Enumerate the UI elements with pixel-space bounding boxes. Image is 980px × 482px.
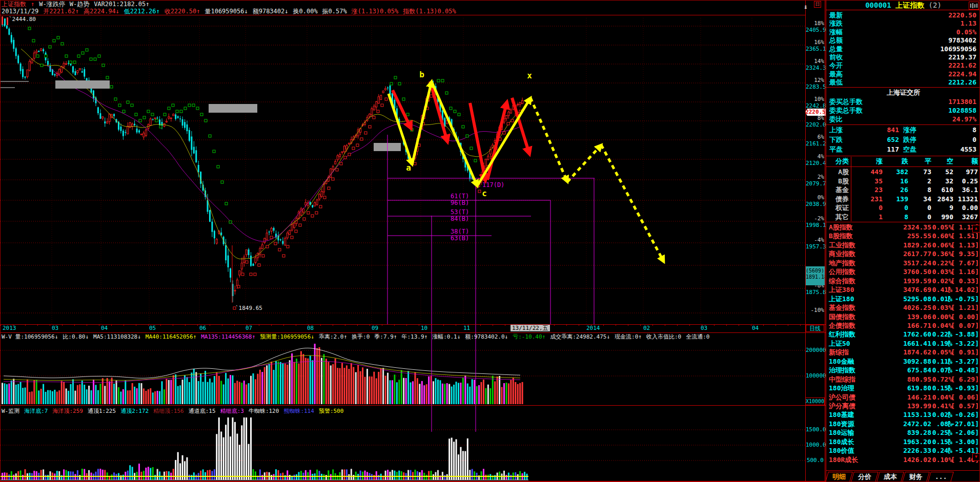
axis-highlight-box: (5609)1891.18 <box>806 266 825 285</box>
scroll-up-button[interactable]: ▲ <box>972 225 980 233</box>
pane-scale-label: 200000 <box>806 347 824 353</box>
quote-panel-title: 000001 上证指数 (2) <box>826 1 980 10</box>
index-list-item[interactable]: 180运输839.280.25%[ -2.06] <box>826 428 980 437</box>
index-list-item[interactable]: 沪分离债139.990.41%[ 0.57] <box>826 402 980 410</box>
index-list-item[interactable]: 中型综指880.950.72%[ 6.29] <box>826 375 980 384</box>
index-list-item[interactable]: 治理指数675.840.07%[ -0.48] <box>826 366 980 374</box>
header-item: 通顶1:225 <box>88 408 116 414</box>
index-list-item[interactable]: 180成长1963.200.15%[ -3.00] <box>826 437 980 446</box>
chart-header-line1: 上证指数↑W-涨跌停W-趋势VAR201:2182.05↑ <box>2 1 154 8</box>
highlight-box-line: (5609) <box>806 268 825 274</box>
monitor-bars <box>2 417 528 480</box>
quote-row: 最高2224.94 <box>826 70 980 78</box>
header-item: 乖离:2.0↑ <box>319 333 347 340</box>
exchange-header: 上海证交所 <box>826 88 980 97</box>
tab-...[interactable]: ... <box>928 472 954 482</box>
divider <box>825 1 825 482</box>
header-item: MA5:113108328↓ <box>93 333 141 340</box>
chart-strip-icons: ↨ 日 <box>804 1 825 9</box>
index-list-item[interactable]: A股指数2324.350.05%[ 1.12] <box>826 223 980 232</box>
tab-分价[interactable]: 分价 <box>851 472 879 482</box>
fib-label: 117(D) <box>482 181 504 188</box>
period-selector[interactable]: 日线 <box>806 325 824 332</box>
tab-明细[interactable]: 明细 <box>825 472 853 482</box>
index-list-item[interactable]: 公用指数3760.500.03%[ 1.16] <box>826 267 980 276</box>
axis-price-label: 1957.3 <box>806 244 824 250</box>
date-label: 07 <box>246 325 252 331</box>
axis-pct-label: 18% <box>806 20 824 27</box>
date-label: 2014 <box>586 325 600 331</box>
axis-pct-label: 2% <box>806 174 824 180</box>
stock-code: 000001 <box>865 1 891 9</box>
date-label: 03 <box>52 325 58 331</box>
index-list-item[interactable]: 180R成长1426.020.10%[ 1.46] <box>826 455 980 464</box>
divider <box>805 1 806 482</box>
header-item: 收入市值比:0 <box>646 333 681 340</box>
class-table-row: 债券23113934284311321 <box>826 195 980 204</box>
fib-label: 53(T) <box>451 208 469 216</box>
header-item: W-趋势 <box>70 1 89 8</box>
header-item: 牛蜘蛛:120 <box>249 408 279 414</box>
axis-pct-label: -2% <box>806 216 824 222</box>
calendar-day-icon[interactable]: 日 <box>814 1 821 8</box>
index-list-item[interactable]: 沪公司债146.210.04%[ 0.06] <box>826 393 980 402</box>
svg-text:`1849.65: `1849.65 <box>235 305 262 311</box>
updown-row: 上涨841涨停8 <box>826 126 980 134</box>
axis-price-label: 2365.1 <box>806 46 824 52</box>
index-list-item[interactable]: 商业指数2617.770.36%[ 9.35] <box>826 249 980 258</box>
scroll-down-button[interactable]: ▼ <box>972 453 980 461</box>
header-item: ↑ <box>31 1 34 8</box>
index-list-item[interactable]: B股指数255.550.60%[ 1.51] <box>826 232 980 240</box>
stock-sub: (2) <box>929 1 942 9</box>
wave-label: x <box>527 71 532 80</box>
index-list-item[interactable]: 180资源2472.02.08%[-27.01] <box>826 420 980 428</box>
index-list-item[interactable]: 上证1805295.080.01%[ -0.75] <box>826 295 980 303</box>
axis-pct-label: 14% <box>806 58 824 65</box>
kline-mini-icon[interactable] <box>969 2 979 10</box>
exchange-row: 委比24.97% <box>826 115 980 123</box>
divider <box>1 332 826 333</box>
index-list-item[interactable]: 企债指数166.710.04%[ 0.07] <box>826 321 980 330</box>
volume-indicator-header: W-V 量:106959056↓比:0.80↓MA5:113108328↓MA4… <box>2 333 714 341</box>
header-item: VAR201:2182.05↑ <box>94 1 149 8</box>
tab-成本[interactable]: 成本 <box>876 472 904 482</box>
wave-label: a <box>406 163 411 173</box>
date-label: 03 <box>701 325 707 331</box>
date-label: 02 <box>643 325 650 331</box>
header-item: 振0.57% <box>322 8 347 15</box>
index-list-item[interactable]: 180价值2226.330.24%[ -5.41] <box>826 446 980 455</box>
tab-财务[interactable]: 财务 <box>902 472 930 482</box>
class-table-row: B股35162320.25 <box>826 177 980 186</box>
axis-price-label: 2324.3 <box>806 65 824 71</box>
index-list-item[interactable]: 工业指数1829.260.06%[ 1.13] <box>826 241 980 249</box>
header-item: 额9783402↓ <box>253 8 289 15</box>
axis-pct-label: 16% <box>806 39 824 46</box>
index-list-item[interactable]: 地产指数3517.240.22%[ 7.67] <box>826 259 980 267</box>
header-item: 换0.00% <box>293 8 317 15</box>
pin-icon[interactable]: ↨ <box>804 3 807 10</box>
header-item: 精细顶:156 <box>153 408 184 414</box>
index-list-item[interactable]: 新综指1874.620.05%[ 0.91] <box>826 348 980 357</box>
exchange-row: 委买总手数1713801 <box>826 98 980 106</box>
quote-panel: 000001 上证指数 (2) 最新2220.50涨跌1.13涨幅0.05%总额… <box>826 1 980 482</box>
date-label: 2013 <box>3 325 16 331</box>
index-list-item[interactable]: 上证501661.410.19%[ -3.22] <box>826 339 980 348</box>
volume-bars <box>2 344 523 404</box>
index-list-item[interactable]: 基金指数4026.250.03%[ 1.21] <box>826 303 980 312</box>
axis-pct-label: 8% <box>806 115 824 121</box>
index-list-item[interactable]: 180基建1153.130.02%[ -0.26] <box>826 410 980 419</box>
index-list-item[interactable]: 红利指数1762.600.22%[ -3.88] <box>826 330 980 339</box>
class-table-row: 权证00090.00 <box>826 203 980 213</box>
index-list-item[interactable]: 国债指数139.060.00%[ 0.00] <box>826 312 980 321</box>
index-list-item[interactable]: 180金融3092.880.11%[ -3.27] <box>826 357 980 366</box>
volume-unit-label: X10000 <box>805 397 825 405</box>
divider <box>1 481 826 481</box>
index-list-item[interactable]: 180治理619.800.15%[ -0.93] <box>826 384 980 392</box>
index-list-item[interactable]: 上证3803476.690.41%[ 14.02] <box>826 285 980 294</box>
header-item: 预测量:106959056↓ <box>260 333 314 340</box>
index-list-item[interactable]: 综合指数1939.590.02%[ 0.33] <box>826 277 980 285</box>
date-label: 09 <box>372 325 378 331</box>
quote-row: 最低2212.26 <box>826 78 980 87</box>
updown-row: 下跌652跌停0 <box>826 136 980 144</box>
wave-label: c <box>482 188 487 198</box>
